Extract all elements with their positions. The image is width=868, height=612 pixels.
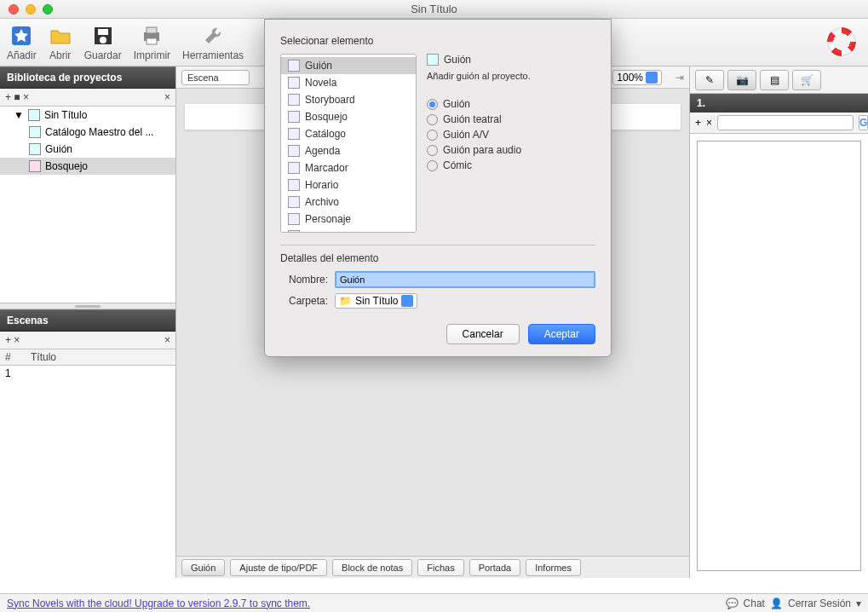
element-detalles[interactable]: Detalles de la escena bbox=[281, 228, 416, 233]
toolbar-print[interactable]: Imprimir bbox=[134, 24, 170, 61]
expand-icon[interactable]: ⇥ bbox=[675, 72, 684, 84]
script-icon bbox=[288, 60, 300, 72]
name-label: Nombre: bbox=[280, 274, 328, 286]
element-archivo[interactable]: Archivo bbox=[281, 193, 416, 211]
element-agenda[interactable]: Agenda bbox=[281, 142, 416, 159]
tree-item-sketch[interactable]: Bosquejo bbox=[0, 158, 175, 175]
folder-label: Carpeta: bbox=[280, 295, 328, 307]
character-icon bbox=[288, 213, 300, 225]
window-title: Sin Título bbox=[0, 3, 868, 15]
element-type-list: Guión Novela Storyboard Bosquejo Catálog… bbox=[280, 54, 417, 233]
project-tree: ▼ Sin Título Catálogo Maestro del ... Gu… bbox=[0, 107, 175, 303]
radio-av[interactable]: Guión A/V bbox=[427, 127, 595, 142]
cancel-button[interactable]: Cancelar bbox=[446, 324, 520, 344]
scenes-tools[interactable]: + ×× bbox=[0, 332, 175, 349]
name-input[interactable] bbox=[335, 271, 595, 288]
element-storyboard[interactable]: Storyboard bbox=[281, 91, 416, 108]
radio-icon bbox=[427, 130, 438, 141]
radio-guion[interactable]: Guión bbox=[427, 96, 595, 112]
toolbar-open[interactable]: Abrir bbox=[49, 24, 72, 61]
help-icon[interactable] bbox=[827, 27, 856, 56]
chevron-down-icon: ▾ bbox=[856, 598, 861, 609]
wrench-icon bbox=[201, 24, 225, 48]
tree-root[interactable]: ▼ Sin Título bbox=[0, 107, 175, 124]
scene-row-1[interactable]: 1 bbox=[0, 366, 175, 381]
right-sidebar: ✎ 📷 ▤ 🛒 1. + × G bbox=[689, 66, 868, 578]
save-icon bbox=[91, 24, 115, 48]
left-sidebar: Biblioteca de proyectos + ■ ×× ▼ Sin Tít… bbox=[0, 66, 176, 578]
tree-item-script[interactable]: Guión bbox=[0, 141, 175, 158]
tab-reports[interactable]: Informes bbox=[526, 559, 581, 576]
agenda-icon bbox=[288, 145, 300, 157]
rtab-cart[interactable]: 🛒 bbox=[792, 70, 821, 90]
rtab-camera[interactable]: 📷 bbox=[727, 70, 756, 90]
script-icon bbox=[29, 143, 41, 155]
document-icon bbox=[28, 109, 40, 121]
radio-icon bbox=[427, 145, 438, 156]
rtab-list[interactable]: ▤ bbox=[760, 70, 789, 90]
scenes-columns: #Título bbox=[0, 349, 175, 366]
library-tools[interactable]: + ■ ×× bbox=[0, 89, 175, 107]
camera-icon: 📷 bbox=[736, 74, 749, 86]
tab-guion[interactable]: Guión bbox=[181, 559, 225, 576]
file-icon bbox=[288, 196, 300, 208]
preview-panel bbox=[697, 141, 861, 571]
folder-icon bbox=[49, 24, 72, 48]
folder-icon: 📁 bbox=[339, 295, 352, 307]
zoom-selector[interactable]: 100% bbox=[612, 70, 662, 85]
right-search-input[interactable] bbox=[717, 115, 854, 130]
element-description: Añadir guión al proyecto. bbox=[427, 71, 595, 81]
rtab-pencil[interactable]: ✎ bbox=[695, 70, 724, 90]
bottom-tabs: Guión Ajuste de tipo/PDF Block de notas … bbox=[176, 556, 689, 578]
element-horario[interactable]: Horario bbox=[281, 176, 416, 193]
toolbar-tools[interactable]: Herramientas bbox=[182, 24, 244, 61]
folder-select[interactable]: 📁 Sin Título bbox=[335, 293, 417, 309]
chat-icon[interactable]: 💬 bbox=[726, 598, 739, 609]
scene-selector[interactable]: Escena bbox=[181, 70, 250, 85]
dialog-details-title: Detalles del elemento bbox=[280, 252, 595, 264]
tab-cover[interactable]: Portada bbox=[469, 559, 521, 576]
g-button[interactable]: G bbox=[859, 115, 868, 130]
remove-button[interactable]: × bbox=[706, 117, 712, 129]
status-bar: Sync Novels with the cloud! Upgrade to v… bbox=[0, 593, 868, 612]
user-icon: 👤 bbox=[770, 598, 783, 609]
print-icon bbox=[140, 24, 164, 48]
sketch-icon bbox=[288, 111, 300, 123]
add-element-dialog: Selecionar elemento Guión Novela Storybo… bbox=[264, 19, 612, 357]
tab-cards[interactable]: Fichas bbox=[417, 559, 463, 576]
splitter[interactable] bbox=[0, 303, 175, 309]
element-marcador[interactable]: Marcador bbox=[281, 159, 416, 176]
toolbar-save[interactable]: Guardar bbox=[84, 24, 122, 61]
catalog-icon bbox=[29, 126, 41, 138]
accept-button[interactable]: Aceptar bbox=[528, 324, 595, 344]
add-button[interactable]: + bbox=[695, 117, 701, 129]
tab-notes[interactable]: Block de notas bbox=[332, 559, 412, 576]
sketch-icon bbox=[29, 160, 41, 172]
pencil-icon: ✎ bbox=[705, 74, 714, 86]
radio-teatral[interactable]: Guión teatral bbox=[427, 112, 595, 127]
radio-icon bbox=[427, 160, 438, 171]
element-catalogo[interactable]: Catálogo bbox=[281, 125, 416, 142]
radio-audio[interactable]: Guión para audio bbox=[427, 142, 595, 158]
tab-pdf[interactable]: Ajuste de tipo/PDF bbox=[230, 559, 327, 576]
cart-icon: 🛒 bbox=[801, 74, 813, 86]
right-header: 1. bbox=[690, 94, 868, 113]
scenes-header: Escenas bbox=[0, 309, 175, 332]
element-novela[interactable]: Novela bbox=[281, 74, 416, 91]
right-controls: + × G bbox=[690, 113, 868, 134]
element-guion[interactable]: Guión bbox=[281, 57, 416, 74]
logout-link[interactable]: Cerrar Sesión bbox=[788, 598, 851, 609]
svg-point-3 bbox=[100, 37, 106, 43]
tree-item-catalog[interactable]: Catálogo Maestro del ... bbox=[0, 124, 175, 141]
list-icon: ▤ bbox=[770, 74, 779, 86]
scene-details-icon bbox=[288, 230, 300, 233]
svg-rect-5 bbox=[147, 27, 157, 33]
schedule-icon bbox=[288, 179, 300, 191]
svg-rect-2 bbox=[98, 29, 108, 35]
storyboard-icon bbox=[288, 94, 300, 106]
radio-comic[interactable]: Cómic bbox=[427, 158, 595, 173]
toolbar-add[interactable]: Añadir bbox=[7, 24, 37, 61]
element-bosquejo[interactable]: Bosquejo bbox=[281, 108, 416, 125]
sync-link[interactable]: Sync Novels with the cloud! Upgrade to v… bbox=[7, 598, 310, 609]
element-personaje[interactable]: Personaje bbox=[281, 211, 416, 228]
